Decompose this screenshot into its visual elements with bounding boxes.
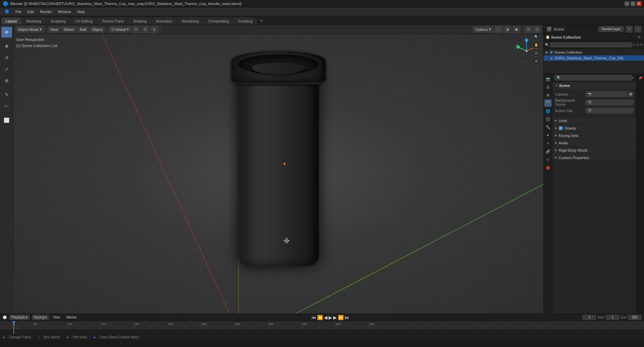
particle-properties-btn[interactable]: ✦ <box>544 132 552 139</box>
tab-texture-paint[interactable]: Texture Paint <box>98 17 128 24</box>
new-layer-button[interactable]: + <box>626 26 633 33</box>
scale-tool-button[interactable]: ⤢ <box>1 64 12 75</box>
menu-edit[interactable]: Edit <box>25 9 37 14</box>
add-workspace-button[interactable]: + <box>257 16 265 24</box>
filter-icon[interactable]: ⚙ <box>636 34 642 40</box>
viewport-shading-solid[interactable]: ⬛ <box>494 26 502 33</box>
tab-sculpting[interactable]: Sculpting <box>46 17 70 24</box>
separator-1 <box>46 27 46 33</box>
gravity-section-collapsed[interactable]: ▶ ✓ Gravity <box>552 125 636 132</box>
measure-tool-button[interactable]: ⊢ <box>1 101 12 111</box>
viewport-shading-rendered[interactable]: ◉ <box>512 26 521 33</box>
snap-btn[interactable]: ⊡ <box>141 26 149 33</box>
properties-options-icon[interactable]: ≡ <box>632 76 634 80</box>
world-properties-btn[interactable]: 🌐 <box>544 107 552 115</box>
transform-orientation-btn[interactable]: ⟳ <box>132 26 140 33</box>
timeline-playhead[interactable] <box>13 321 14 334</box>
menu-help[interactable]: Help <box>75 9 88 14</box>
rotate-tool-button[interactable]: ↺ <box>1 52 12 63</box>
maximize-button[interactable]: □ <box>631 1 635 6</box>
annotate-tool-button[interactable]: ✎ <box>1 89 12 100</box>
menu-window[interactable]: Window <box>55 9 74 14</box>
object-mode-dropdown[interactable]: Object Mode ▾ <box>15 26 44 33</box>
zoom-camera-button[interactable]: 🔍 <box>533 34 540 40</box>
properties-search-input[interactable] <box>554 75 632 81</box>
scene-properties-btn[interactable]: 🎬 <box>544 99 552 107</box>
camera-selector-button[interactable]: ⊕ <box>628 92 633 97</box>
camera-view-button[interactable]: 🎥 <box>533 49 540 56</box>
view-menu[interactable]: View <box>48 27 60 33</box>
object-menu[interactable]: Object <box>90 27 105 33</box>
xray-btn[interactable]: ◫ <box>533 26 541 33</box>
menu-blender[interactable]: 🔵 <box>2 9 12 14</box>
add-menu[interactable]: Add <box>78 27 89 33</box>
keying-sets-collapsed[interactable]: ▶ Keying Sets <box>552 132 636 139</box>
overlay-btn[interactable]: ⊡ <box>524 26 532 33</box>
audio-section-collapsed[interactable]: ▶ Audio <box>552 139 636 147</box>
viewport-3d[interactable]: User Perspective (1) Scene Collection | … <box>13 34 543 313</box>
go-next-keyframe-button[interactable]: ⏩ <box>338 315 344 320</box>
navigation-gizmo[interactable]: X Y Z 🔍 ✋ 🎥 ⊞ <box>513 38 540 64</box>
playback-dropdown[interactable]: Playback ▾ <box>9 315 30 320</box>
tab-shading[interactable]: Shading <box>129 17 151 24</box>
tab-modeling[interactable]: Modeling <box>22 17 46 24</box>
hand-tool-button[interactable]: ✋ <box>533 41 540 48</box>
view-layer-btn[interactable]: ⊞ <box>544 91 552 99</box>
view-menu-tl[interactable]: View <box>51 315 62 319</box>
constraint-properties-btn[interactable]: 🔗 <box>544 148 552 155</box>
tab-rendering[interactable]: Rendering <box>177 17 203 24</box>
go-start-button[interactable]: ⏮ <box>311 315 316 320</box>
scene-collection-item[interactable]: ▶ ▣ Scene Collection <box>544 49 644 55</box>
go-end-button[interactable]: ⏭ <box>345 315 349 320</box>
options-dropdown[interactable]: Options ▾ <box>473 26 493 33</box>
marker-menu[interactable]: Marker <box>65 315 79 319</box>
play-button[interactable]: ▶ <box>329 315 332 320</box>
scene-section-header[interactable]: ▼ Scene <box>552 82 636 89</box>
pin-button[interactable]: 📌 <box>637 75 644 81</box>
viewport-shading-material[interactable]: ◑ <box>503 26 511 33</box>
render-properties-btn[interactable]: 📷 <box>544 75 552 83</box>
custom-properties-collapsed[interactable]: ▶ Custom Properties <box>552 154 636 161</box>
quad-view-button[interactable]: ⊞ <box>533 57 540 64</box>
move-tool-button[interactable]: ✥ <box>1 41 12 52</box>
go-prev-keyframe-button[interactable]: ⏪ <box>317 315 323 320</box>
transform-tool-button[interactable]: ⊕ <box>1 75 12 86</box>
tab-scripting[interactable]: Scripting <box>234 17 257 24</box>
proportional-edit-btn[interactable]: ⊙ <box>150 26 158 33</box>
outliner-item-cup[interactable]: ◈ JURO_Stainless_Steel_Thermo_Cup_001 <box>544 55 644 61</box>
background-scene-value[interactable]: 🎬 <box>585 100 633 105</box>
close-button[interactable]: ✕ <box>637 1 641 6</box>
end-frame-input[interactable] <box>628 315 641 320</box>
camera-value[interactable]: 📷 <box>585 91 627 97</box>
cursor-tool-button[interactable]: ✛ <box>1 27 12 38</box>
menu-file[interactable]: File <box>13 9 24 14</box>
outliner-search-input[interactable] <box>550 42 632 47</box>
rigid-body-world-collapsed[interactable]: ▶ Rigid Body World <box>552 147 636 154</box>
gravity-checkbox[interactable]: ✓ <box>559 126 563 130</box>
select-menu[interactable]: Select <box>61 27 77 33</box>
tab-layout[interactable]: Layout <box>1 17 21 24</box>
tab-uv-editing[interactable]: UV Editing <box>71 17 97 24</box>
current-frame-input[interactable] <box>583 315 596 320</box>
object-properties-btn[interactable]: ⬛ <box>544 115 552 123</box>
go-next-frame-button[interactable]: ▶ <box>333 315 337 320</box>
tab-compositing[interactable]: Compositing <box>204 17 233 24</box>
active-clip-value[interactable]: 🎬 <box>585 108 633 113</box>
output-properties-btn[interactable]: 🖨 <box>544 83 552 91</box>
go-prev-frame-button[interactable]: ◀ <box>324 315 328 320</box>
data-properties-btn[interactable]: ◎ <box>544 156 552 163</box>
modifier-properties-btn[interactable]: 🔧 <box>544 123 552 131</box>
render-layer-dropdown[interactable]: RenderLayer <box>598 26 624 32</box>
add-primitive-button[interactable]: ⬜ <box>1 115 12 126</box>
delete-layer-button[interactable]: − <box>635 26 641 33</box>
transform-global-dropdown[interactable]: ⊙ Global ▾ <box>109 26 131 33</box>
tab-animation[interactable]: Animation <box>152 17 177 24</box>
keying-dropdown[interactable]: Keying ▾ <box>32 315 49 320</box>
material-properties-btn[interactable]: ⬤ <box>544 164 552 171</box>
minimize-button[interactable]: — <box>625 1 629 6</box>
units-section-collapsed[interactable]: ▶ Units <box>552 117 636 125</box>
menu-render[interactable]: Render <box>37 9 55 14</box>
start-frame-input[interactable] <box>606 315 619 320</box>
physics-properties-btn[interactable]: ⚛ <box>544 140 552 147</box>
timeline-track[interactable]: 1 50 100 150 200 250 300 350 400 450 500… <box>0 321 644 334</box>
